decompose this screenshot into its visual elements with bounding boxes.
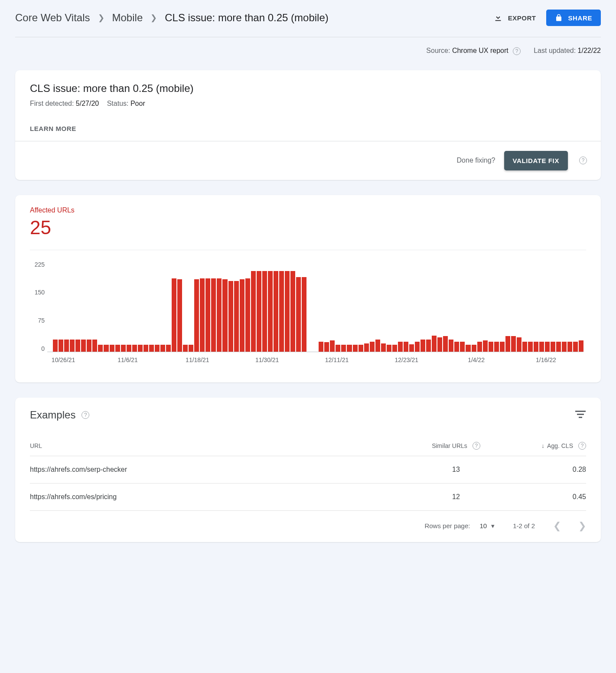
col-agg[interactable]: ↓ Agg. CLS ?: [499, 442, 586, 450]
help-icon[interactable]: ?: [81, 411, 89, 419]
chart-bar[interactable]: [409, 344, 414, 352]
chart-bar[interactable]: [341, 345, 346, 352]
chart-bar[interactable]: [59, 340, 63, 352]
chart-bar[interactable]: [398, 342, 403, 352]
chart-bar[interactable]: [319, 342, 323, 352]
chart-bar[interactable]: [472, 345, 476, 352]
chart-bar[interactable]: [483, 340, 488, 352]
chart-bar[interactable]: [222, 279, 227, 352]
chart-bar[interactable]: [336, 345, 340, 352]
chart-bar[interactable]: [511, 336, 516, 351]
table-row[interactable]: https://ahrefs.com/serp-checker130.28: [30, 456, 586, 484]
chart-bar[interactable]: [87, 340, 91, 352]
chart-bar[interactable]: [302, 277, 306, 352]
learn-more-button[interactable]: LEARN MORE: [30, 125, 586, 132]
chart-bar[interactable]: [494, 342, 499, 352]
chart-bar[interactable]: [81, 340, 86, 352]
chart-bar[interactable]: [426, 340, 431, 352]
col-similar[interactable]: Similar URLs ?: [413, 442, 499, 450]
chart-bar[interactable]: [149, 345, 154, 352]
chart-bar[interactable]: [370, 342, 375, 351]
chart-bar[interactable]: [415, 342, 420, 352]
chart-bar[interactable]: [500, 342, 505, 352]
chart-bar[interactable]: [205, 278, 210, 352]
chart-bar[interactable]: [359, 345, 363, 352]
col-url[interactable]: URL: [30, 442, 413, 449]
chart-bar[interactable]: [274, 271, 278, 352]
breadcrumb-item[interactable]: Core Web Vitals: [15, 12, 90, 24]
chart-bar[interactable]: [460, 342, 465, 352]
chart-bar[interactable]: [211, 278, 216, 352]
chart-bar[interactable]: [121, 345, 126, 352]
chart-bar[interactable]: [64, 340, 69, 352]
chart-bar[interactable]: [449, 340, 453, 352]
chart-bar[interactable]: [545, 342, 550, 352]
chart-bar[interactable]: [268, 271, 273, 352]
chart-bar[interactable]: [517, 337, 521, 352]
chart-bar[interactable]: [110, 345, 114, 352]
chart-bar[interactable]: [70, 340, 75, 352]
pager-next-button[interactable]: ❯: [578, 520, 586, 532]
chart-bar[interactable]: [234, 281, 239, 352]
rows-per-page-select[interactable]: 10 ▾: [479, 522, 495, 530]
chart-bar[interactable]: [155, 345, 160, 352]
chart-bar[interactable]: [138, 345, 143, 352]
chart-bar[interactable]: [330, 340, 335, 352]
chart-bar[interactable]: [53, 340, 58, 352]
chart-bar[interactable]: [437, 337, 442, 352]
table-row[interactable]: https://ahrefs.com/es/pricing120.45: [30, 484, 586, 511]
chart-bar[interactable]: [200, 278, 205, 352]
chart-bar[interactable]: [404, 342, 408, 352]
chart-bar[interactable]: [375, 340, 380, 352]
chart-bar[interactable]: [92, 340, 97, 352]
chart-bar[interactable]: [115, 345, 120, 352]
chart-bar[interactable]: [98, 345, 103, 352]
chart-bar[interactable]: [262, 271, 267, 352]
chart-bar[interactable]: [528, 342, 533, 352]
chart-bar[interactable]: [420, 340, 425, 352]
help-icon[interactable]: ?: [513, 47, 521, 55]
chart-bar[interactable]: [522, 342, 527, 352]
chart-bar[interactable]: [160, 345, 165, 352]
chart-bar[interactable]: [347, 345, 352, 352]
chart-bar[interactable]: [556, 342, 561, 352]
chart-bar[interactable]: [172, 278, 176, 352]
chart-bar[interactable]: [189, 345, 193, 352]
chart-bar[interactable]: [245, 278, 250, 352]
chart-bar[interactable]: [104, 345, 108, 352]
filter-icon[interactable]: [575, 411, 586, 419]
chart-bar[interactable]: [285, 271, 290, 352]
help-icon[interactable]: ?: [473, 442, 480, 450]
chart-bar[interactable]: [489, 342, 493, 352]
chart-bar[interactable]: [143, 345, 148, 352]
chart-bar[interactable]: [539, 342, 544, 352]
chart-bar[interactable]: [387, 345, 391, 352]
chart-bar[interactable]: [279, 271, 284, 352]
chart-bar[interactable]: [290, 271, 295, 352]
chart-bar[interactable]: [132, 345, 137, 352]
chart-bar[interactable]: [353, 345, 358, 352]
chart-bar[interactable]: [551, 342, 555, 352]
chart-bar[interactable]: [324, 342, 329, 351]
chart-bar[interactable]: [183, 345, 188, 352]
chart-bar[interactable]: [477, 342, 482, 352]
share-button[interactable]: SHARE: [546, 10, 601, 26]
chart-bar[interactable]: [166, 345, 171, 352]
chart-bar[interactable]: [432, 336, 437, 352]
chart-bar[interactable]: [217, 278, 222, 352]
chart-bar[interactable]: [534, 342, 538, 352]
chart-bar[interactable]: [567, 342, 572, 352]
chart-bar[interactable]: [579, 340, 583, 352]
chart-bar[interactable]: [505, 336, 510, 351]
help-icon[interactable]: ?: [578, 442, 586, 450]
validate-fix-button[interactable]: VALIDATE FIX: [504, 151, 568, 170]
chart-bar[interactable]: [562, 342, 567, 352]
chart-bar[interactable]: [381, 343, 386, 352]
chart-bar[interactable]: [251, 271, 256, 352]
chart-bar[interactable]: [177, 279, 182, 352]
chart-bar[interactable]: [573, 342, 578, 352]
chart-bar[interactable]: [443, 336, 448, 351]
chart-bar[interactable]: [75, 340, 80, 352]
chart-bar[interactable]: [296, 277, 301, 352]
export-button[interactable]: EXPORT: [493, 13, 536, 23]
